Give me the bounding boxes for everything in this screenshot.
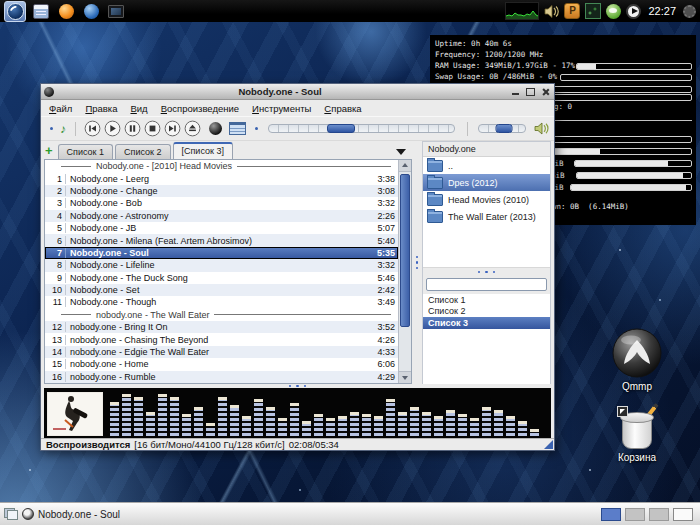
pause-button[interactable] — [124, 120, 141, 137]
display-button[interactable] — [106, 2, 126, 21]
pager-icon[interactable] — [4, 508, 18, 520]
playlist-row-7[interactable]: 7Nobody.one - Soul5:35 — [45, 247, 398, 259]
slider-grip[interactable] — [255, 127, 258, 130]
display-mode-icon[interactable] — [229, 122, 246, 135]
toolbar-grip[interactable] — [50, 127, 53, 130]
playlist-row-3[interactable]: 3Nobody.one - Bob3:32 — [45, 197, 398, 209]
playlist-name-item[interactable]: Список 3 — [423, 317, 550, 329]
minimize-button[interactable] — [509, 86, 521, 97]
playlist-row-16[interactable]: 16nobody.one - Rumble4:29 — [45, 371, 398, 383]
playlist-name-item[interactable]: Список 1 — [423, 294, 550, 306]
playlist-name-item[interactable]: Список 2 — [423, 306, 550, 318]
qmmp-tray-icon[interactable] — [626, 4, 641, 19]
folder-item[interactable]: The Wall Eater (2013) — [423, 208, 550, 225]
clock[interactable]: 22:27 — [648, 5, 676, 17]
volume-slider[interactable] — [478, 124, 526, 133]
scroll-up-icon[interactable] — [399, 160, 411, 172]
app-menu-button[interactable] — [4, 1, 26, 22]
playlist-tab-3[interactable]: [Список 3] — [173, 142, 233, 159]
scroll-down-icon[interactable] — [399, 371, 411, 383]
play-button[interactable] — [104, 120, 121, 137]
speaker-icon[interactable] — [534, 121, 549, 136]
add-music-icon[interactable]: ♪ — [60, 123, 66, 135]
clipboard-icon[interactable]: P — [564, 3, 580, 19]
maximize-button[interactable] — [524, 86, 536, 97]
menu-item-6[interactable]: Справка — [324, 103, 361, 114]
taskbar-item[interactable]: Nobody.one - Soul — [22, 508, 120, 520]
messenger-icon[interactable] — [606, 4, 621, 19]
resize-grip[interactable] — [544, 440, 553, 449]
swap-line: Swap Usage: 0B /486MiB - 0% — [435, 72, 557, 81]
browser-location[interactable]: Nobody.one — [423, 142, 550, 157]
tab-bar: + Список 1Список 2[Список 3] — [44, 141, 412, 159]
playlist-row-1[interactable]: 1Nobody.one - Leerg3:38 — [45, 172, 398, 184]
playlist-menu-icon[interactable] — [396, 149, 406, 155]
spectrum-bar — [230, 405, 239, 436]
menu-item-1[interactable]: Файл — [49, 103, 72, 114]
spectrum-bar — [170, 397, 179, 436]
next-button[interactable] — [164, 120, 181, 137]
thunderbird-button[interactable] — [81, 2, 101, 21]
playlist-row-9[interactable]: 9Nobody.one - The Duck Song5:46 — [45, 272, 398, 284]
playlist-row-12[interactable]: 12nobody.one - Bring It On3:52 — [45, 321, 398, 333]
playlist-group-header[interactable]: nobody.one - The Wall Eater — [45, 309, 398, 321]
workspace-1[interactable] — [601, 508, 621, 521]
spectrum-bar — [350, 412, 359, 436]
menu-item-3[interactable]: Вид — [130, 103, 147, 114]
playlist-row-8[interactable]: 8Nobody.one - Lifeline3:32 — [45, 259, 398, 271]
progress-slider[interactable] — [268, 124, 455, 133]
playlist-row-2[interactable]: 2Nobody.one - Change3:08 — [45, 185, 398, 197]
playlist-row-5[interactable]: 5Nobody.one - JB5:07 — [45, 222, 398, 234]
equalizer-icon[interactable] — [209, 122, 222, 135]
volume-handle[interactable] — [496, 124, 513, 133]
file-manager-button[interactable] — [31, 2, 51, 21]
volume-icon[interactable] — [544, 4, 559, 19]
eject-button[interactable] — [184, 120, 201, 137]
titlebar[interactable]: Nobody.one - Soul — [41, 84, 554, 100]
playlist-row-15[interactable]: 15nobody.one - Home6:06 — [45, 358, 398, 370]
playlist-row-4[interactable]: 4Nobody.one - Astronomy2:26 — [45, 210, 398, 222]
vertical-splitter[interactable] — [412, 141, 422, 384]
spectrum-bar — [122, 394, 131, 436]
close-button[interactable] — [539, 86, 551, 97]
playlist-row-11[interactable]: 11Nobody.one - Though3:49 — [45, 296, 398, 308]
toolbar: ♪ — [41, 116, 554, 141]
workspace-4[interactable] — [673, 508, 693, 521]
filter-input[interactable] — [426, 278, 547, 291]
workspace-2[interactable] — [625, 508, 645, 521]
playlist-row-13[interactable]: 13nobody.one - Chasing The Beyond4:26 — [45, 333, 398, 345]
playlist-tab-2[interactable]: Список 2 — [115, 144, 170, 159]
previous-button[interactable] — [84, 120, 101, 137]
folder-item[interactable]: .. — [423, 157, 550, 174]
qmmp-window: Nobody.one - Soul ФайлПравкаВидВоспроизв… — [40, 83, 555, 451]
folder-item[interactable]: Dpes (2012) — [423, 174, 550, 191]
playlist-row-10[interactable]: 10Nobody.one - Set2:42 — [45, 284, 398, 296]
scroll-track[interactable] — [399, 172, 411, 371]
menu-item-2[interactable]: Правка — [85, 103, 117, 114]
folder-item[interactable]: Head Movies (2010) — [423, 191, 550, 208]
folder-list: ..Dpes (2012)Head Movies (2010)The Wall … — [423, 157, 550, 267]
playlist-group-header[interactable]: Nobody.one - [2010] Head Movies — [45, 160, 398, 172]
spectrum-bar — [254, 399, 263, 436]
sidebar-splitter[interactable] — [423, 267, 550, 276]
playlist-row-6[interactable]: 6Nobody.one - Milena (Feat. Artem Abrosi… — [45, 234, 398, 246]
add-playlist-button[interactable]: + — [45, 144, 53, 158]
scroll-thumb[interactable] — [400, 174, 410, 327]
playlist-column: + Список 1Список 2[Список 3] Nobody.one … — [44, 141, 412, 384]
desktop-icon-trash[interactable]: Корзина — [600, 406, 674, 463]
firefox-button[interactable] — [56, 2, 76, 21]
settings-gear-icon[interactable] — [683, 5, 696, 18]
cpu-graph-icon[interactable] — [505, 2, 539, 20]
spectrum-bar — [530, 429, 539, 436]
desktop-icon-qmmp[interactable]: Qmmp — [600, 327, 674, 392]
playlist-scrollbar[interactable] — [398, 160, 411, 383]
spectrum-bar — [278, 418, 287, 436]
menu-item-4[interactable]: Воспроизведение — [161, 103, 239, 114]
system-monitor-icon[interactable] — [585, 3, 601, 19]
playlist-row-14[interactable]: 14nobody.one - Edgie The Wall Eater4:33 — [45, 346, 398, 358]
menu-item-5[interactable]: Инструменты — [252, 103, 311, 114]
workspace-3[interactable] — [649, 508, 669, 521]
progress-handle[interactable] — [327, 124, 355, 133]
playlist-tab-1[interactable]: Список 1 — [58, 144, 113, 159]
stop-button[interactable] — [144, 120, 161, 137]
